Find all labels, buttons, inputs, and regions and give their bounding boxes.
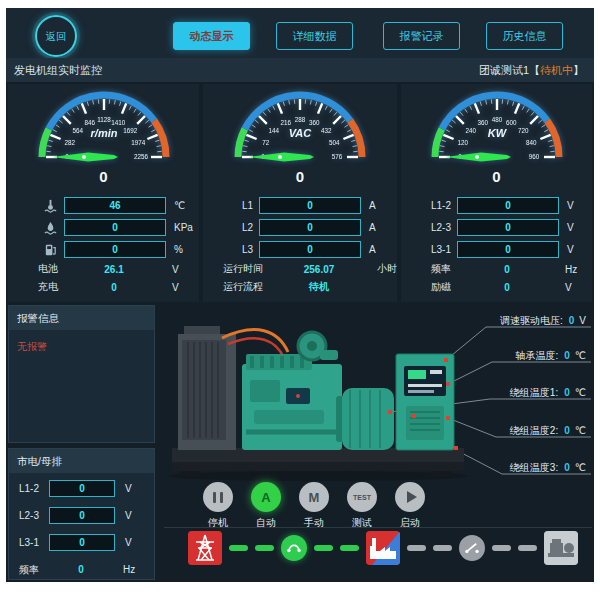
- fuel-level-input[interactable]: 0: [64, 241, 166, 258]
- alarm-panel: 报警信息 无报警: [8, 305, 155, 443]
- svg-text:360: 360: [309, 119, 320, 126]
- breaker-closed-icon[interactable]: [281, 535, 307, 561]
- flow-dash: [433, 545, 452, 551]
- mains-l2-3-input[interactable]: 0: [49, 507, 115, 524]
- coolant-temp-icon: [20, 198, 64, 213]
- governor-voltage-label: 调速驱动电压:: [500, 314, 563, 328]
- generator-icon: [544, 531, 578, 565]
- breaker-open-icon[interactable]: [459, 535, 485, 561]
- test-button[interactable]: TEST 测试: [338, 482, 386, 530]
- pause-icon: [203, 482, 233, 512]
- coolant-temp-input[interactable]: 46: [64, 197, 166, 214]
- l1-2-voltage-row: L1-2 0 V: [401, 194, 592, 216]
- unit-label: ℃: [575, 462, 586, 473]
- tab-alarm-records[interactable]: 报警记录: [383, 22, 460, 50]
- svg-text:216: 216: [281, 119, 292, 126]
- l1-2-voltage-input[interactable]: 0: [457, 197, 559, 214]
- start-button[interactable]: 启动: [386, 482, 434, 530]
- unit-label: V: [565, 282, 572, 293]
- oil-pressure-row: 0 KPa: [8, 216, 199, 238]
- unit-label: ℃: [575, 387, 586, 398]
- charge-label: 充电: [20, 280, 64, 294]
- mains-l1-2-row: L1-2 0 V: [19, 481, 154, 496]
- mains-frequency-row: 频率 0 Hz: [19, 562, 154, 577]
- excitation-value: 0: [457, 282, 557, 293]
- svg-text:120: 120: [457, 139, 468, 146]
- manual-button[interactable]: M 手动: [290, 482, 338, 530]
- manual-letter-icon: M: [299, 482, 329, 512]
- l3-1-voltage-row: L3-1 0 V: [401, 238, 592, 260]
- frequency-label: 频率: [413, 262, 457, 276]
- runtime-label: 运行时间: [215, 262, 269, 276]
- winding-temp1-label: 绕组温度1:: [510, 386, 558, 400]
- generator-monitor-app: 返回 动态显示 详细数据 报警记录 历史信息 发电机组实时监控 团诚测试1【待机…: [6, 8, 594, 582]
- unit-label: A: [369, 244, 376, 255]
- oil-pressure-input[interactable]: 0: [64, 219, 166, 236]
- battery-label: 电池: [20, 262, 64, 276]
- bearing-temp-label: 轴承温度:: [515, 349, 558, 363]
- alarm-panel-title: 报警信息: [9, 306, 154, 330]
- governor-voltage-value: 0: [569, 315, 575, 326]
- rpm-gauge: 028256484611281410169219742256r/min: [16, 73, 192, 169]
- flow-dash: [340, 545, 359, 551]
- unit-label: Hz: [123, 564, 135, 575]
- mains-panel-title: 市电/母排: [9, 449, 154, 473]
- vac-panel: 072144216288360432504576VAC 0 L1 0 A L2 …: [203, 84, 397, 302]
- svg-text:240: 240: [465, 127, 476, 134]
- svg-text:144: 144: [269, 127, 280, 134]
- svg-text:2256: 2256: [133, 153, 148, 160]
- mains-l1-2-input[interactable]: 0: [49, 480, 115, 497]
- svg-text:KW: KW: [487, 127, 507, 139]
- kw-panel: 0120240360480600720840960KW 0 L1-2 0 V L…: [401, 84, 592, 302]
- l3-current-row: L3 0 A: [203, 238, 397, 260]
- vac-value: 0: [203, 168, 397, 185]
- flow-dash: [407, 545, 426, 551]
- play-icon: [395, 482, 425, 512]
- l1-label: L1: [215, 200, 259, 211]
- l1-current-input[interactable]: 0: [259, 197, 361, 214]
- stop-button[interactable]: 停机: [194, 482, 242, 530]
- svg-text:288: 288: [295, 116, 306, 123]
- test-text-icon: TEST: [347, 482, 377, 512]
- l3-current-input[interactable]: 0: [259, 241, 361, 258]
- bearing-temp-row: 轴承温度: 0 ℃: [515, 349, 586, 362]
- flow-dash: [518, 545, 537, 551]
- mains-l3-1-input[interactable]: 0: [49, 534, 115, 551]
- excitation-label: 励磁: [413, 280, 457, 294]
- unit-label: V: [567, 222, 574, 233]
- l2-3-voltage-input[interactable]: 0: [457, 219, 559, 236]
- l3-label: L3: [215, 244, 259, 255]
- coolant-temp-row: 46 ℃: [8, 194, 199, 216]
- unit-label: ℃: [575, 350, 586, 361]
- bearing-temp-value: 0: [564, 350, 570, 361]
- auto-letter-icon: A: [251, 482, 281, 512]
- tab-detailed-data[interactable]: 详细数据: [276, 22, 353, 50]
- svg-text:960: 960: [528, 153, 539, 160]
- svg-text:504: 504: [329, 139, 340, 146]
- mains-frequency-value: 0: [49, 564, 113, 575]
- svg-text:846: 846: [84, 119, 95, 126]
- run-state-label: 运行流程: [215, 280, 269, 294]
- tab-history-info[interactable]: 历史信息: [486, 22, 563, 50]
- winding-temp3-value: 0: [564, 462, 570, 473]
- unit-label: %: [174, 244, 183, 255]
- vac-gauge: 072144216288360432504576VAC: [212, 73, 388, 169]
- oil-pressure-icon: [20, 220, 64, 235]
- l3-1-label: L3-1: [413, 244, 457, 255]
- winding-temp3-label: 绕组温度3:: [510, 461, 558, 475]
- l3-1-voltage-input[interactable]: 0: [457, 241, 559, 258]
- auto-button[interactable]: A 自动: [242, 482, 290, 530]
- back-button[interactable]: 返回: [35, 15, 77, 57]
- l2-current-input[interactable]: 0: [259, 219, 361, 236]
- unit-label: V: [172, 264, 179, 275]
- mains-l3-1-row: L3-1 0 V: [19, 535, 154, 550]
- tab-dynamic-display[interactable]: 动态显示: [173, 22, 250, 50]
- l2-label: L2: [215, 222, 259, 233]
- unit-label: V: [172, 282, 179, 293]
- unit-label: V: [567, 200, 574, 211]
- winding-temp2-row: 绕组温度2: 0 ℃: [510, 424, 586, 437]
- fuel-level-row: 0 %: [8, 238, 199, 260]
- fuel-level-icon: [20, 242, 64, 257]
- runtime-row: 运行时间 256.07 小时: [203, 260, 397, 278]
- unit-label: V: [125, 510, 132, 521]
